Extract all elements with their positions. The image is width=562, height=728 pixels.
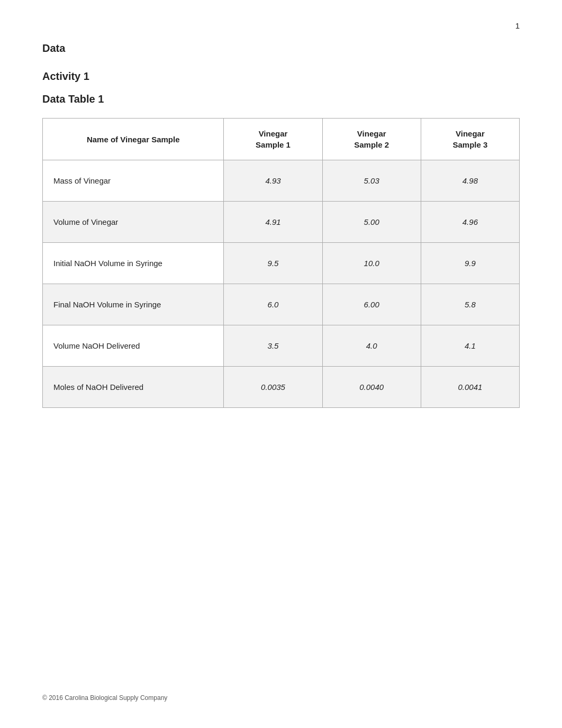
row-label-cell: Initial NaOH Volume in Syringe [43,243,224,284]
row-label-cell: Final NaOH Volume in Syringe [43,284,224,325]
value-cell-1: 3.5 [224,325,322,367]
value-cell-3: 4.1 [421,325,519,367]
data-heading: Data [42,42,520,54]
table-heading: Data Table 1 [42,93,520,105]
value-cell-3: 4.98 [421,160,519,202]
page-number: 1 [515,21,520,30]
page-container: 1 Data Activity 1 Data Table 1 Name of V… [0,0,562,728]
table-row: Mass of Vinegar4.935.034.98 [43,160,520,202]
value-cell-1: 4.91 [224,202,322,243]
value-cell-1: 4.93 [224,160,322,202]
value-cell-3: 0.0041 [421,367,519,408]
value-cell-2: 6.00 [322,284,421,325]
col-header-1: VinegarSample 1 [224,119,322,160]
table-row: Volume of Vinegar4.915.004.96 [43,202,520,243]
col-header-2: VinegarSample 2 [322,119,421,160]
activity-heading: Activity 1 [42,70,520,83]
footer-text: © 2016 Carolina Biological Supply Compan… [42,694,167,702]
row-label-cell: Moles of NaOH Delivered [43,367,224,408]
row-label-cell: Mass of Vinegar [43,160,224,202]
value-cell-1: 0.0035 [224,367,322,408]
value-cell-1: 9.5 [224,243,322,284]
value-cell-2: 10.0 [322,243,421,284]
value-cell-3: 4.96 [421,202,519,243]
value-cell-3: 5.8 [421,284,519,325]
table-row: Initial NaOH Volume in Syringe9.510.09.9 [43,243,520,284]
value-cell-2: 0.0040 [322,367,421,408]
value-cell-2: 4.0 [322,325,421,367]
value-cell-2: 5.00 [322,202,421,243]
row-label-cell: Volume NaOH Delivered [43,325,224,367]
value-cell-2: 5.03 [322,160,421,202]
table-row: Volume NaOH Delivered3.54.04.1 [43,325,520,367]
row-label-cell: Volume of Vinegar [43,202,224,243]
table-header-row: Name of Vinegar Sample VinegarSample 1 V… [43,119,520,160]
col-header-label: Name of Vinegar Sample [43,119,224,160]
value-cell-1: 6.0 [224,284,322,325]
value-cell-3: 9.9 [421,243,519,284]
table-row: Moles of NaOH Delivered0.00350.00400.004… [43,367,520,408]
table-row: Final NaOH Volume in Syringe6.06.005.8 [43,284,520,325]
data-table-1: Name of Vinegar Sample VinegarSample 1 V… [42,118,520,408]
col-header-3: VinegarSample 3 [421,119,519,160]
